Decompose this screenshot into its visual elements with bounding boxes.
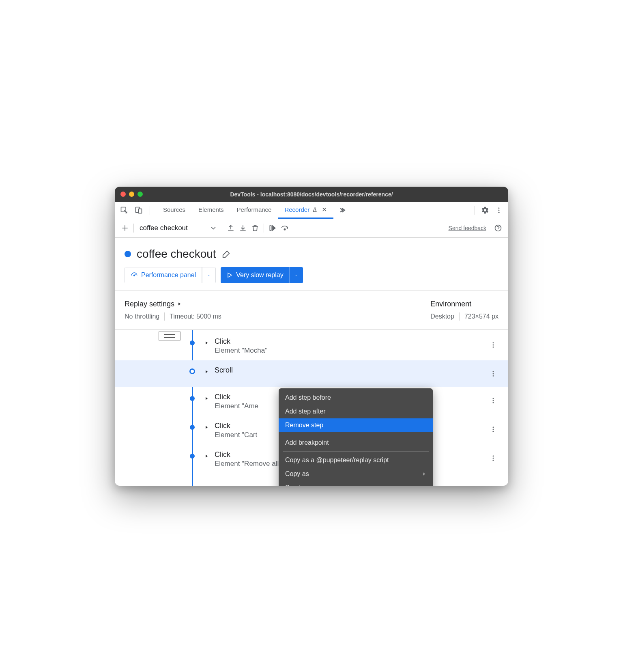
- ctx-separator: [283, 434, 429, 434]
- svg-point-22: [493, 455, 494, 457]
- step-item[interactable]: Scroll: [115, 360, 508, 387]
- tab-sources[interactable]: Sources: [157, 202, 192, 219]
- kebab-menu-icon[interactable]: [493, 204, 505, 216]
- step-subtitle: Element "Cart: [215, 431, 257, 439]
- tab-performance[interactable]: Performance: [230, 202, 278, 219]
- step-over-icon[interactable]: [279, 222, 291, 234]
- ctx-add-step-after[interactable]: Add step after: [279, 405, 433, 418]
- svg-point-9: [134, 275, 135, 276]
- svg-point-4: [498, 210, 500, 211]
- edit-title-icon[interactable]: [222, 250, 231, 258]
- replay-settings-toggle[interactable]: Replay settings: [125, 300, 430, 308]
- ctx-copy-puppeteer[interactable]: Copy as a @puppeteer/replay script: [279, 453, 433, 467]
- import-icon[interactable]: [237, 222, 249, 234]
- svg-point-12: [493, 346, 494, 347]
- svg-point-3: [498, 207, 500, 209]
- recording-dropdown-icon[interactable]: [207, 222, 219, 234]
- step-menu-icon[interactable]: [490, 397, 497, 404]
- svg-point-24: [493, 459, 494, 461]
- recording-status-dot: [125, 251, 131, 257]
- recorder-toolbar: coffee checkout Send feedback: [115, 219, 508, 238]
- env-device: Desktop: [430, 313, 454, 320]
- expand-step-icon[interactable]: [204, 369, 209, 374]
- svg-point-17: [493, 400, 494, 401]
- env-size: 723×574 px: [464, 313, 498, 320]
- minimize-window-button[interactable]: [129, 192, 134, 197]
- replay-speed-dropdown[interactable]: [289, 267, 303, 283]
- delete-icon[interactable]: [249, 222, 261, 234]
- expand-step-icon[interactable]: [204, 454, 209, 459]
- throttle-value: No throttling: [125, 313, 159, 320]
- more-tabs-icon[interactable]: [336, 204, 348, 216]
- tab-elements[interactable]: Elements: [192, 202, 230, 219]
- recording-title: coffee checkout: [137, 248, 216, 261]
- play-icon: [226, 272, 233, 278]
- export-icon[interactable]: [225, 222, 237, 234]
- svg-rect-2: [138, 209, 142, 213]
- ctx-separator: [283, 451, 429, 452]
- inspect-icon[interactable]: [118, 204, 130, 216]
- gauge-icon: [131, 271, 138, 279]
- add-recording-icon[interactable]: [119, 222, 131, 234]
- settings-gear-icon[interactable]: [479, 204, 491, 216]
- step-subtitle: Element "Ame: [215, 402, 258, 410]
- window-title: DevTools - localhost:8080/docs/devtools/…: [115, 191, 508, 198]
- step-marker: [190, 396, 195, 401]
- tab-list: Sources Elements Performance Recorder ✕: [157, 202, 333, 219]
- svg-point-10: [493, 342, 494, 343]
- expand-step-icon[interactable]: [204, 396, 209, 401]
- svg-point-15: [493, 375, 494, 376]
- expand-step-icon[interactable]: [204, 425, 209, 430]
- svg-point-16: [493, 398, 494, 399]
- steps-timeline: Click Element "Mocha" Scroll Click Eleme…: [115, 330, 508, 486]
- step-marker: [189, 368, 195, 374]
- step-subtitle: Element "Mocha": [215, 347, 267, 355]
- performance-panel-dropdown[interactable]: [202, 267, 216, 283]
- recording-header: coffee checkout Performance panel Very s…: [115, 238, 508, 291]
- step-item[interactable]: Click Element "Mocha": [115, 332, 508, 360]
- step-menu-icon[interactable]: [490, 454, 497, 462]
- close-window-button[interactable]: [120, 192, 126, 197]
- svg-point-19: [493, 426, 494, 428]
- ctx-copy-as[interactable]: Copy as: [279, 467, 433, 481]
- performance-panel-button[interactable]: Performance panel: [125, 267, 216, 283]
- ctx-add-step-before[interactable]: Add step before: [279, 391, 433, 405]
- step-replay-icon[interactable]: [266, 222, 279, 234]
- svg-point-7: [284, 229, 285, 230]
- device-icon[interactable]: [133, 204, 145, 216]
- close-tab-icon[interactable]: ✕: [322, 206, 327, 213]
- replay-button[interactable]: Very slow replay: [221, 267, 303, 283]
- recording-name: coffee checkout: [136, 224, 191, 232]
- svg-point-23: [493, 457, 494, 459]
- expand-step-icon[interactable]: [204, 340, 209, 345]
- step-menu-icon[interactable]: [490, 426, 497, 433]
- ctx-remove-step[interactable]: Remove step: [279, 418, 433, 432]
- send-feedback-link[interactable]: Send feedback: [449, 225, 486, 231]
- chevron-right-icon: [177, 302, 182, 306]
- timeout-value: Timeout: 5000 ms: [170, 313, 221, 320]
- step-marker: [190, 425, 195, 430]
- svg-point-13: [493, 371, 494, 372]
- step-title: Click: [215, 393, 258, 401]
- chevron-right-icon: [421, 485, 426, 486]
- traffic-lights: [120, 192, 143, 197]
- devtools-window: DevTools - localhost:8080/docs/devtools/…: [115, 187, 508, 486]
- titlebar: DevTools - localhost:8080/docs/devtools/…: [115, 187, 508, 202]
- step-menu-icon[interactable]: [490, 370, 497, 377]
- ctx-add-breakpoint[interactable]: Add breakpoint: [279, 436, 433, 450]
- ctx-services[interactable]: Services: [279, 481, 433, 486]
- svg-point-21: [493, 431, 494, 432]
- tab-recorder[interactable]: Recorder ✕: [278, 202, 333, 219]
- step-title: Click: [215, 337, 267, 346]
- step-menu-icon[interactable]: [490, 341, 497, 349]
- chevron-right-icon: [421, 472, 426, 476]
- svg-point-20: [493, 429, 494, 430]
- step-title: Click: [215, 422, 257, 430]
- settings-row: Replay settings No throttling Timeout: 5…: [115, 291, 508, 330]
- environment-label: Environment: [430, 300, 498, 308]
- svg-point-11: [493, 344, 494, 345]
- tabs-bar: Sources Elements Performance Recorder ✕: [115, 202, 508, 219]
- svg-point-18: [493, 402, 494, 403]
- maximize-window-button[interactable]: [137, 192, 143, 197]
- help-icon[interactable]: [492, 222, 504, 234]
